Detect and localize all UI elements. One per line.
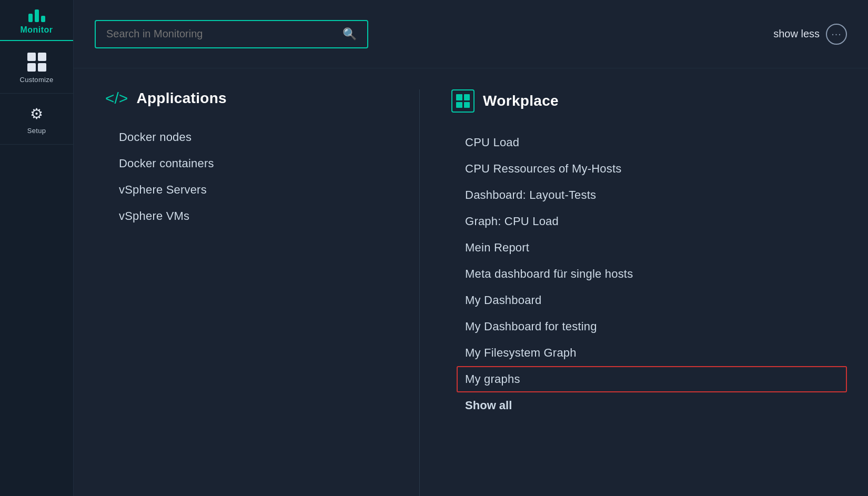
- sidebar: Monitor Customize ⚙ Setup: [0, 0, 74, 496]
- app-item-vsphere-servers[interactable]: vSphere Servers: [110, 177, 388, 203]
- show-less-button[interactable]: show less ···: [773, 24, 847, 45]
- app-item-vsphere-vms[interactable]: vSphere VMs: [110, 203, 388, 229]
- search-box[interactable]: 🔍: [95, 20, 368, 48]
- search-input[interactable]: [106, 28, 337, 40]
- workplace-item-cpu-ressources[interactable]: CPU Ressources of My-Hosts: [457, 156, 847, 182]
- sidebar-item-customize[interactable]: Customize: [0, 41, 73, 94]
- workplace-item-my-dashboard-testing[interactable]: My Dashboard for testing: [457, 313, 847, 340]
- search-icon: 🔍: [342, 27, 357, 41]
- workplace-item-mein-report[interactable]: Mein Report: [457, 235, 847, 261]
- sidebar-item-setup[interactable]: ⚙ Setup: [0, 94, 73, 145]
- customize-icon: [27, 53, 46, 72]
- setup-label: Setup: [27, 127, 46, 135]
- applications-header: </> Applications: [105, 89, 388, 107]
- workplace-item-my-graphs[interactable]: My graphs: [457, 366, 847, 392]
- app-logo[interactable]: Monitor: [0, 0, 73, 41]
- app-name: Monitor: [20, 25, 53, 35]
- section-divider: [419, 89, 420, 496]
- workplace-section: Workplace CPU Load CPU Ressources of My-…: [430, 89, 868, 496]
- app-item-docker-nodes[interactable]: Docker nodes: [110, 124, 388, 150]
- more-options-icon[interactable]: ···: [826, 24, 847, 45]
- applications-icon: </>: [105, 89, 128, 107]
- applications-list: Docker nodes Docker containers vSphere S…: [105, 124, 388, 229]
- logo-icon: [28, 9, 45, 22]
- workplace-list: CPU Load CPU Ressources of My-Hosts Dash…: [451, 129, 847, 419]
- content-area: </> Applications Docker nodes Docker con…: [74, 68, 868, 496]
- show-less-label: show less: [773, 28, 820, 40]
- workplace-item-dashboard-layout[interactable]: Dashboard: Layout-Tests: [457, 182, 847, 208]
- applications-section: </> Applications Docker nodes Docker con…: [105, 89, 409, 496]
- workplace-item-graph-cpu[interactable]: Graph: CPU Load: [457, 208, 847, 235]
- workplace-item-cpu-load[interactable]: CPU Load: [457, 129, 847, 156]
- workplace-icon: [451, 89, 475, 113]
- customize-label: Customize: [19, 76, 53, 84]
- setup-icon: ⚙: [30, 105, 43, 123]
- workplace-item-my-filesystem[interactable]: My Filesystem Graph: [457, 340, 847, 366]
- workplace-item-meta-dashboard[interactable]: Meta dashboard für single hosts: [457, 261, 847, 287]
- workplace-title: Workplace: [483, 93, 559, 109]
- header-right: show less ···: [773, 24, 847, 45]
- applications-title: Applications: [136, 90, 227, 107]
- workplace-item-my-dashboard[interactable]: My Dashboard: [457, 287, 847, 313]
- header: 🔍 show less ···: [74, 0, 868, 68]
- app-item-docker-containers[interactable]: Docker containers: [110, 150, 388, 177]
- main-content: 🔍 show less ··· </> Applications Docker …: [74, 0, 868, 496]
- workplace-header: Workplace: [451, 89, 847, 113]
- workplace-show-all[interactable]: Show all: [457, 392, 847, 419]
